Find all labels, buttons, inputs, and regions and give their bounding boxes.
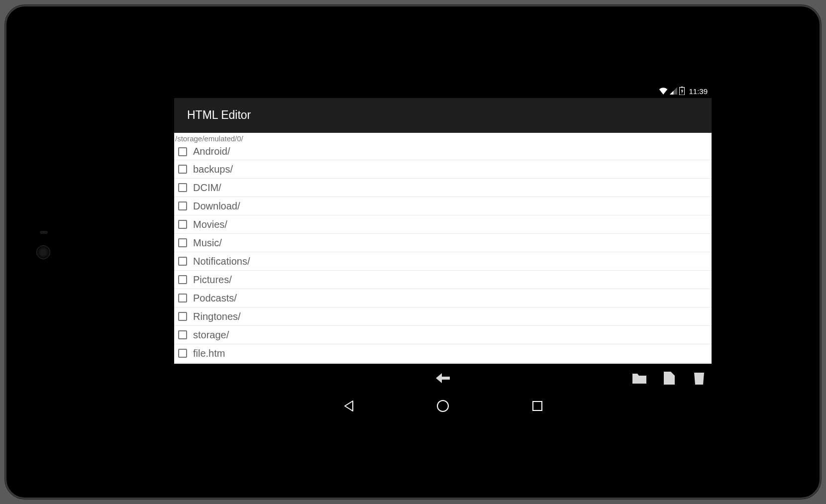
file-checkbox[interactable] <box>178 165 187 174</box>
file-row[interactable]: Ringtones/ <box>174 307 712 326</box>
file-row[interactable]: Notifications/ <box>174 252 712 271</box>
file-name-label: Notifications/ <box>193 256 250 267</box>
wifi-icon <box>659 87 668 96</box>
file-checkbox[interactable] <box>178 275 187 284</box>
file-row[interactable]: Movies/ <box>174 215 712 234</box>
file-checkbox[interactable] <box>178 257 187 266</box>
svg-rect-1 <box>681 87 683 88</box>
file-row[interactable]: Music/ <box>174 234 712 252</box>
file-row[interactable]: file.htm <box>174 344 712 363</box>
current-path: /storage/emulated/0/ <box>174 133 712 144</box>
new-file-button[interactable] <box>662 371 677 386</box>
battery-charging-icon <box>679 87 685 97</box>
file-checkbox[interactable] <box>178 312 187 321</box>
file-checkbox[interactable] <box>178 147 187 156</box>
file-checkbox[interactable] <box>178 202 187 210</box>
file-checkbox[interactable] <box>178 349 187 358</box>
file-name-label: Download/ <box>193 201 240 212</box>
file-name-label: storage/ <box>193 329 229 341</box>
file-row[interactable]: Android/ <box>174 143 712 160</box>
file-name-label: DCIM/ <box>193 182 221 194</box>
svg-point-2 <box>437 401 448 411</box>
file-row[interactable]: Download/ <box>174 197 712 215</box>
new-folder-button[interactable] <box>632 371 647 386</box>
nav-back-button[interactable] <box>338 396 358 416</box>
file-row[interactable]: backups/ <box>174 160 712 179</box>
file-checkbox[interactable] <box>178 183 187 192</box>
file-row[interactable]: Pictures/ <box>174 271 712 289</box>
app-title: HTML Editor <box>187 108 251 122</box>
app-bar: HTML Editor <box>174 98 712 133</box>
status-bar: 11:39 <box>174 85 712 98</box>
file-name-label: Ringtones/ <box>193 311 241 322</box>
nav-recent-button[interactable] <box>527 396 547 416</box>
tablet-camera <box>36 245 50 259</box>
file-name-label: Podcasts/ <box>193 293 237 304</box>
back-arrow-button[interactable] <box>435 371 450 386</box>
file-name-label: backups/ <box>193 164 233 175</box>
bottom-toolbar <box>174 364 712 393</box>
file-checkbox[interactable] <box>178 330 187 339</box>
nav-home-button[interactable] <box>433 396 453 416</box>
file-list[interactable]: Android/backups/DCIM/Download/Movies/Mus… <box>174 143 712 364</box>
delete-button[interactable] <box>692 371 707 386</box>
file-checkbox[interactable] <box>178 238 187 247</box>
file-checkbox[interactable] <box>178 220 187 229</box>
file-row[interactable]: storage/ <box>174 326 712 344</box>
file-row[interactable]: DCIM/ <box>174 179 712 197</box>
file-name-label: Pictures/ <box>193 274 232 286</box>
cellular-icon <box>670 87 677 96</box>
svg-rect-3 <box>533 402 542 410</box>
file-name-label: Music/ <box>193 237 222 249</box>
file-name-label: Android/ <box>193 146 230 157</box>
content-area: /storage/emulated/0/ Android/backups/DCI… <box>174 133 712 364</box>
file-row[interactable]: Podcasts/ <box>174 289 712 307</box>
tablet-frame: 11:39 HTML Editor /storage/emulated/0/ A… <box>5 5 821 499</box>
status-time: 11:39 <box>689 87 708 96</box>
file-name-label: Movies/ <box>193 219 227 230</box>
device-screen: 11:39 HTML Editor /storage/emulated/0/ A… <box>174 85 712 419</box>
file-name-label: file.htm <box>193 348 225 359</box>
navigation-bar <box>174 393 712 419</box>
file-checkbox[interactable] <box>178 294 187 302</box>
